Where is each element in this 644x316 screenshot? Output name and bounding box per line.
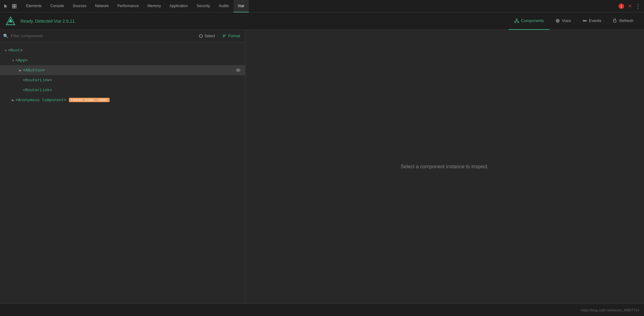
more-options-button[interactable]: ⋮ bbox=[634, 2, 643, 11]
right-panel: Select a component instance to inspect. bbox=[245, 30, 644, 304]
root-toggle-icon[interactable]: ▾ bbox=[3, 48, 8, 53]
app-toggle-icon[interactable]: ▾ bbox=[11, 58, 16, 63]
search-icon: 🔍 bbox=[3, 34, 8, 38]
format-icon bbox=[222, 34, 227, 38]
error-badge: 1 bbox=[619, 3, 624, 9]
tree-item-root[interactable]: ▾ <Root> bbox=[0, 45, 245, 55]
svg-rect-3 bbox=[15, 7, 16, 8]
vue-logo-icon bbox=[5, 16, 16, 27]
inspect-eye-button[interactable] bbox=[234, 66, 242, 74]
vue-nav-refresh[interactable]: Refresh bbox=[607, 12, 639, 30]
components-icon bbox=[514, 18, 519, 23]
events-nav-label: Events bbox=[589, 18, 601, 23]
tab-audits[interactable]: Audits bbox=[214, 0, 233, 12]
tab-elements[interactable]: Elements bbox=[22, 0, 46, 12]
vue-nav-events[interactable]: Events bbox=[577, 12, 607, 30]
tab-security[interactable]: Security bbox=[192, 0, 214, 12]
tab-sources[interactable]: Sources bbox=[68, 0, 91, 12]
status-url: https://blog.csdn.net/weixin_40807714 bbox=[581, 308, 639, 312]
empty-state-text: Select a component instance to inspect. bbox=[401, 164, 489, 169]
component-tree: ▾ <Root> ▾ <App> ▶ bbox=[0, 42, 245, 304]
eye-icon bbox=[236, 68, 241, 73]
events-icon bbox=[582, 18, 587, 23]
tab-memory[interactable]: Memory bbox=[143, 0, 165, 12]
svg-line-11 bbox=[517, 20, 518, 21]
abutton-toggle-icon[interactable]: ▶ bbox=[18, 68, 23, 73]
vue-devtools-header: Ready. Detected Vue 2.6.11. Components V… bbox=[0, 12, 644, 30]
svg-point-13 bbox=[583, 20, 584, 21]
tree-item-routerlink1[interactable]: <RouterLink> bbox=[0, 75, 245, 85]
svg-point-14 bbox=[584, 20, 585, 21]
select-icon bbox=[199, 34, 203, 38]
svg-point-7 bbox=[516, 19, 517, 20]
svg-rect-2 bbox=[12, 7, 14, 8]
tree-item-abutton[interactable]: ▶ <AButton> bbox=[0, 65, 245, 75]
vue-status-text: Ready. Detected Vue 2.6.11. bbox=[20, 19, 76, 24]
inspect-icon[interactable] bbox=[11, 3, 17, 9]
svg-point-16 bbox=[199, 34, 202, 38]
select-button[interactable]: Select bbox=[197, 33, 217, 39]
tab-application[interactable]: Application bbox=[165, 0, 192, 12]
anonymous-toggle-icon[interactable]: ▶ bbox=[11, 97, 16, 102]
filter-actions: Select Format bbox=[197, 33, 242, 39]
tree-item-routerlink2[interactable]: <RouterLink> bbox=[0, 85, 245, 95]
refresh-nav-label: Refresh bbox=[619, 18, 633, 23]
refresh-icon bbox=[612, 18, 617, 23]
svg-point-9 bbox=[518, 21, 519, 23]
status-bar: https://blog.csdn.net/weixin_40807714 bbox=[0, 304, 644, 316]
vue-nav: Components Vuex Events Refresh bbox=[509, 12, 639, 30]
left-panel: 🔍 Select For bbox=[0, 30, 245, 304]
svg-point-21 bbox=[238, 70, 239, 71]
format-button[interactable]: Format bbox=[220, 33, 242, 39]
main-area: 🔍 Select For bbox=[0, 30, 644, 304]
svg-point-8 bbox=[515, 21, 516, 23]
vue-nav-vuex[interactable]: Vuex bbox=[550, 12, 577, 30]
devtools-icons bbox=[1, 3, 19, 9]
router-view-badge: router-view: /user bbox=[69, 98, 110, 102]
tab-performance[interactable]: Performance bbox=[113, 0, 143, 12]
filter-bar: 🔍 Select For bbox=[0, 30, 245, 42]
tree-item-app[interactable]: ▾ <App> bbox=[0, 55, 245, 65]
tab-bar: Elements Console Sources Network Perform… bbox=[0, 0, 644, 12]
cursor-icon[interactable] bbox=[3, 3, 9, 9]
tab-vue[interactable]: Vue bbox=[234, 0, 249, 12]
components-nav-label: Components bbox=[521, 18, 544, 23]
svg-rect-0 bbox=[12, 4, 14, 6]
svg-point-15 bbox=[585, 20, 586, 21]
vue-nav-components[interactable]: Components bbox=[509, 12, 550, 30]
vuex-nav-label: Vuex bbox=[562, 18, 571, 23]
tab-console[interactable]: Console bbox=[46, 0, 68, 12]
close-icon[interactable]: ✕ bbox=[627, 3, 633, 9]
vuex-icon bbox=[555, 18, 560, 23]
tab-bar-right: 1 ✕ ⋮ bbox=[619, 2, 643, 11]
tree-item-anonymous[interactable]: ▶ <Anonymous Component> router-view: /us… bbox=[0, 95, 245, 105]
tab-network[interactable]: Network bbox=[91, 0, 113, 12]
filter-components-input[interactable] bbox=[11, 34, 194, 38]
svg-rect-1 bbox=[15, 4, 16, 6]
